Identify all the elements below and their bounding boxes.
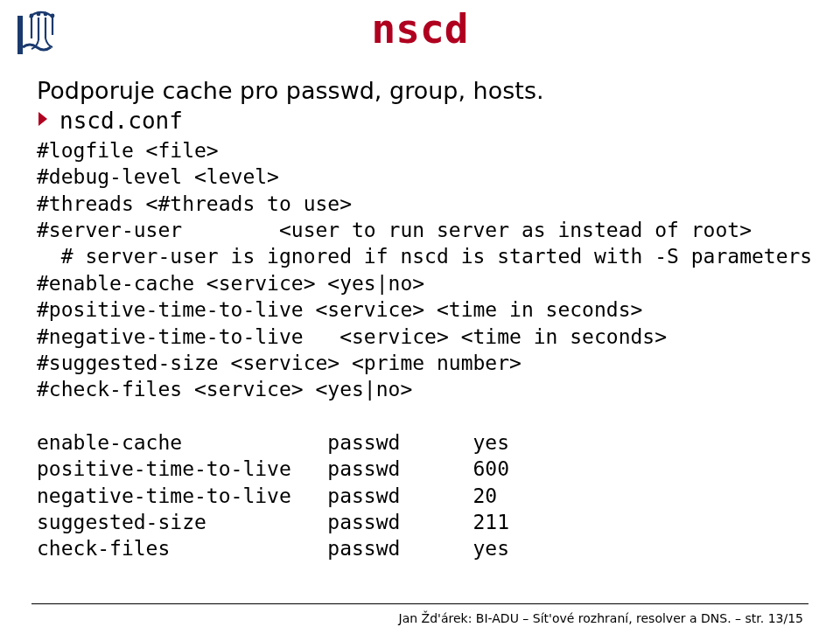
code-line: #check-files <service> <yes|no> — [37, 376, 803, 402]
footer-divider — [32, 603, 808, 604]
bullet-icon — [37, 110, 51, 131]
footer-sep: : — [468, 611, 476, 625]
slide-content: Podporuje cache pro passwd, group, hosts… — [0, 77, 840, 562]
code-line: suggested-size passwd 211 — [37, 509, 803, 535]
slide-title: nscd — [0, 0, 840, 52]
code-line: #debug-level <level> — [37, 164, 803, 190]
conf-filename: nscd.conf — [60, 108, 183, 134]
code-line — [37, 403, 803, 429]
code-line: check-files passwd yes — [37, 535, 803, 561]
code-block: #logfile <file>#debug-level <level>#thre… — [37, 137, 803, 562]
code-line: # server-user is ignored if nscd is star… — [37, 243, 803, 269]
code-line: #enable-cache <service> <yes|no> — [37, 270, 803, 296]
bullet-line: nscd.conf — [37, 108, 803, 134]
svg-point-1 — [37, 12, 41, 17]
footer-page: – str. 13/15 — [732, 611, 803, 625]
code-line: negative-time-to-live passwd 20 — [37, 483, 803, 509]
footer-course: BI-ADU – Sít'ové rozhraní, resolver a DN… — [476, 611, 732, 625]
footer-author: Jan Žd'árek — [399, 611, 468, 625]
code-line: #logfile <file> — [37, 137, 803, 164]
code-line: positive-time-to-live passwd 600 — [37, 456, 803, 482]
svg-point-3 — [51, 14, 55, 18]
svg-point-2 — [44, 12, 48, 17]
code-line: #negative-time-to-live <service> <time i… — [37, 324, 803, 350]
institution-logo — [12, 5, 72, 68]
code-line: enable-cache passwd yes — [37, 429, 803, 456]
slide-footer: Jan Žd'árek: BI-ADU – Sít'ové rozhraní, … — [399, 611, 803, 625]
svg-point-0 — [30, 14, 34, 18]
code-line: #threads <#threads to use> — [37, 191, 803, 217]
intro-text: Podporuje cache pro passwd, group, hosts… — [37, 77, 803, 104]
code-line: #server-user <user to run server as inst… — [37, 217, 803, 243]
code-line: #suggested-size <service> <prime number> — [37, 350, 803, 376]
code-line: #positive-time-to-live <service> <time i… — [37, 296, 803, 323]
